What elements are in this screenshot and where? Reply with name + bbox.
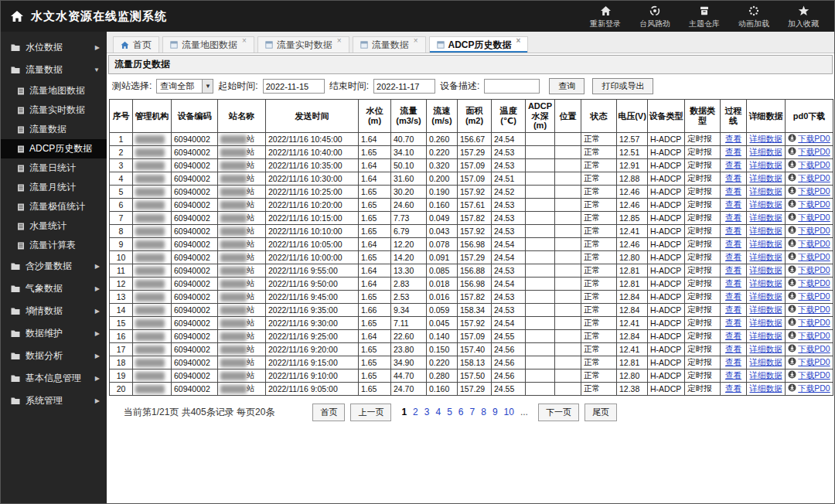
process-line-link[interactable]: 查看 [725,383,741,394]
process-line-link[interactable]: 查看 [725,134,741,145]
pd0-download-link[interactable]: 下载PD0 [788,213,830,223]
sidebar-item[interactable]: 墒情数据▶ [1,300,107,322]
pd0-download-link[interactable]: 下载PD0 [788,291,830,302]
pd0-download-link[interactable]: 下载PD0 [788,278,830,289]
process-line-link[interactable]: 查看 [725,278,741,289]
process-line-link[interactable]: 查看 [725,344,741,355]
detail-data-link[interactable]: 详细数据 [750,252,782,263]
pd0-download-link[interactable]: 下载PD0 [788,252,830,263]
process-line-link[interactable]: 查看 [725,265,741,276]
process-line-link[interactable]: 查看 [725,226,741,237]
detail-data-link[interactable]: 详细数据 [750,344,782,355]
sidebar-item[interactable]: 气象数据▶ [1,278,107,300]
pd0-download-link[interactable]: 下载PD0 [788,147,830,158]
top-nav-item[interactable]: 加入收藏 [782,4,825,29]
detail-data-link[interactable]: 详细数据 [750,370,782,381]
tab-item[interactable]: 流量实时数据× [257,36,349,53]
process-line-link[interactable]: 查看 [725,160,741,171]
process-line-link[interactable]: 查看 [725,357,741,368]
page-number-link[interactable]: 5 [447,407,452,417]
pd0-download-link[interactable]: 下载PD0 [788,226,830,237]
page-number-link[interactable]: 6 [458,407,464,417]
pd0-download-link[interactable]: 下载PD0 [788,186,830,197]
page-number-link[interactable]: 7 [470,407,475,417]
pd0-download-link[interactable]: 下载PD0 [788,265,830,276]
page-number-link[interactable]: 10 [504,407,514,417]
detail-data-link[interactable]: 详细数据 [750,318,782,329]
pd0-download-link[interactable]: 下载PD0 [788,357,830,368]
sidebar-subitem[interactable]: 流量计算表 [1,236,107,255]
detail-data-link[interactable]: 详细数据 [750,291,782,302]
page-number-link[interactable]: 4 [435,407,441,417]
pd0-download-link[interactable]: 下载PD0 [788,134,830,145]
tab-item[interactable]: 首页 [113,36,159,53]
last-page-button[interactable]: 尾页 [584,404,617,421]
end-date-input[interactable] [373,79,435,94]
first-page-button[interactable]: 首页 [312,404,345,421]
sidebar-item[interactable]: 数据分析▶ [1,345,107,367]
sidebar-subitem[interactable]: 流量极值统计 [1,197,107,216]
process-line-link[interactable]: 查看 [725,213,741,223]
station-select[interactable]: 查询全部 ▼ [156,79,213,94]
detail-data-link[interactable]: 详细数据 [750,199,782,210]
sidebar-item[interactable]: 基本信息管理▶ [1,367,107,390]
top-nav-item[interactable]: 主题仓库 [683,4,726,29]
close-icon[interactable]: × [242,37,247,45]
process-line-link[interactable]: 查看 [725,291,741,302]
sidebar-item[interactable]: 数据维护▶ [1,322,107,345]
pd0-download-link[interactable]: 下载PD0 [788,318,830,329]
close-icon[interactable]: × [337,37,342,45]
detail-data-link[interactable]: 详细数据 [750,383,782,394]
process-line-link[interactable]: 查看 [725,370,741,381]
detail-data-link[interactable]: 详细数据 [750,160,782,171]
pd0-download-link[interactable]: 下载PD0 [788,239,830,250]
sidebar-subitem[interactable]: 流量日统计 [1,158,107,178]
pd0-download-link[interactable]: 下载PD0 [788,305,830,315]
sidebar-subitem[interactable]: 流量地图数据 [1,81,107,100]
close-icon[interactable]: × [516,37,521,45]
process-line-link[interactable]: 查看 [725,331,741,342]
sidebar-subitem[interactable]: 流量月统计 [1,178,107,197]
print-export-button[interactable]: 打印或导出 [592,78,653,94]
detail-data-link[interactable]: 详细数据 [750,147,782,158]
detail-data-link[interactable]: 详细数据 [750,186,782,197]
sidebar-item[interactable]: 流量数据▼ [1,59,107,81]
tab-item[interactable]: 流量地图数据× [162,36,254,53]
pd0-download-link[interactable]: 下载PD0 [788,173,830,184]
pd0-download-link[interactable]: 下载PD0 [788,331,830,342]
detail-data-link[interactable]: 详细数据 [750,173,782,184]
pd0-download-link[interactable]: 下载PD0 [788,383,830,394]
pd0-download-link[interactable]: 下载PD0 [788,160,830,171]
sidebar-item[interactable]: 系统管理▶ [1,390,107,412]
top-nav-item[interactable]: 台风路劲 [633,4,677,29]
process-line-link[interactable]: 查看 [725,173,741,184]
process-line-link[interactable]: 查看 [725,318,741,329]
tab-item[interactable]: ADCP历史数据× [429,36,529,53]
prev-page-button[interactable]: 上一页 [350,404,391,421]
device-desc-input[interactable] [484,79,540,94]
page-number-link[interactable]: 8 [481,407,486,417]
query-button[interactable]: 查询 [549,78,584,94]
process-line-link[interactable]: 查看 [725,199,741,210]
top-nav-item[interactable]: 重新登录 [584,4,627,29]
sidebar-subitem[interactable]: 流量实时数据 [1,100,107,120]
process-line-link[interactable]: 查看 [725,305,741,315]
detail-data-link[interactable]: 详细数据 [750,226,782,237]
detail-data-link[interactable]: 详细数据 [750,357,782,368]
process-line-link[interactable]: 查看 [725,147,741,158]
tab-item[interactable]: 流量数据× [353,36,426,53]
pd0-download-link[interactable]: 下载PD0 [788,370,830,381]
detail-data-link[interactable]: 详细数据 [750,213,782,223]
pd0-download-link[interactable]: 下载PD0 [788,344,830,355]
detail-data-link[interactable]: 详细数据 [750,134,782,145]
sidebar-subitem[interactable]: ADCP历史数据 [1,139,107,158]
process-line-link[interactable]: 查看 [725,186,741,197]
detail-data-link[interactable]: 详细数据 [750,265,782,276]
sidebar-subitem[interactable]: 流量数据 [1,120,107,139]
process-line-link[interactable]: 查看 [725,239,741,250]
next-page-button[interactable]: 下一页 [538,404,579,421]
sidebar-item[interactable]: 水位数据▶ [1,36,107,59]
detail-data-link[interactable]: 详细数据 [750,278,782,289]
close-icon[interactable]: × [414,37,418,45]
detail-data-link[interactable]: 详细数据 [750,305,782,315]
